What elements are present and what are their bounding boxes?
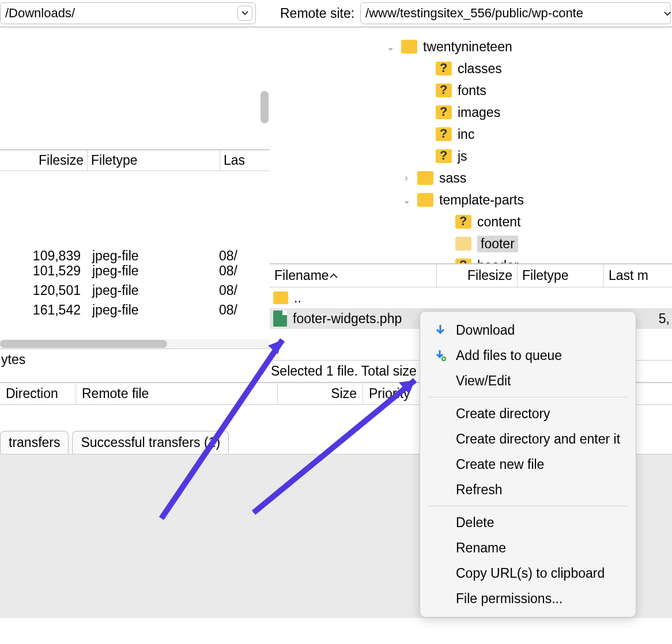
- download-icon: [433, 324, 448, 336]
- chevron-down-icon: [664, 12, 671, 16]
- svg-line-3: [254, 380, 415, 513]
- col-last[interactable]: Las: [220, 150, 270, 171]
- local-site-bar: [0, 0, 270, 28]
- remote-path-input[interactable]: [360, 2, 671, 24]
- cell-type: jpeg-file: [86, 283, 202, 298]
- remote-path-dropdown[interactable]: [664, 9, 672, 18]
- tree-label: sass: [439, 171, 466, 186]
- cell-size: 120,501: [0, 283, 86, 298]
- tree-node-content[interactable]: content: [270, 211, 672, 233]
- menu-add-queue[interactable]: Add files to queue: [420, 343, 636, 368]
- folder-unknown-icon: [436, 62, 452, 75]
- tab-failed-transfers[interactable]: transfers: [0, 431, 69, 454]
- table-row[interactable]: 161,542jpeg-file08/: [0, 300, 270, 320]
- col-filesize[interactable]: Filesize: [0, 150, 88, 171]
- filename: ..: [294, 290, 301, 306]
- local-file-list[interactable]: 109,839jpeg-file08/: [0, 171, 270, 261]
- menu-view-edit[interactable]: View/Edit: [420, 368, 636, 393]
- folder-unknown-icon: [436, 149, 452, 163]
- cell-size: 109,839: [0, 248, 86, 264]
- tree-label: images: [458, 105, 500, 120]
- cell-type: jpeg-file: [86, 302, 202, 318]
- tree-label: header: [477, 258, 519, 265]
- folder-unknown-icon: [436, 127, 452, 141]
- col-last[interactable]: Last m: [604, 264, 672, 287]
- col-filename[interactable]: Filename: [270, 264, 437, 287]
- menu-copy-url[interactable]: Copy URL(s) to clipboard: [420, 560, 636, 586]
- tree-label: template-parts: [439, 192, 524, 208]
- table-row[interactable]: 120,501jpeg-file08/: [0, 281, 270, 300]
- tree-node-inc[interactable]: inc: [270, 123, 672, 145]
- cell-mod: 08/: [202, 302, 237, 318]
- menu-create-file[interactable]: Create new file: [420, 452, 636, 477]
- chevron-down-icon: [241, 11, 248, 16]
- col-filetype[interactable]: Filetype: [518, 264, 604, 287]
- local-path-dropdown[interactable]: [237, 6, 252, 21]
- folder-unknown-icon: [436, 105, 452, 119]
- chevron-right-icon[interactable]: ›: [401, 173, 411, 183]
- menu-delete[interactable]: Delete: [420, 510, 636, 535]
- menu-download[interactable]: Download: [420, 317, 636, 343]
- cell-size: 161,542: [0, 302, 86, 318]
- col-direction[interactable]: Direction: [0, 383, 76, 404]
- menu-permissions[interactable]: File permissions...: [420, 586, 636, 611]
- folder-unknown-icon: [436, 84, 452, 97]
- tree-node-js[interactable]: js: [270, 145, 672, 167]
- folder-unknown-icon: [455, 215, 471, 229]
- local-file-headers: Filesize Filetype Las: [0, 150, 270, 171]
- tree-label: classes: [458, 61, 502, 77]
- folder-unknown-icon: [455, 259, 471, 264]
- tree-label: content: [477, 214, 520, 230]
- chevron-down-icon[interactable]: ⌄: [401, 195, 411, 206]
- menu-create-dir[interactable]: Create directory: [420, 401, 636, 426]
- tree-label: inc: [458, 127, 474, 142]
- cell-mod: 08/: [202, 248, 237, 264]
- tree-node-classes[interactable]: classes: [270, 58, 672, 79]
- tree-node-sass[interactable]: ›sass: [270, 167, 672, 189]
- context-menu: Download Add files to queue View/Edit Cr…: [420, 311, 636, 618]
- folder-icon: [273, 291, 288, 304]
- local-path-input[interactable]: [0, 2, 256, 24]
- tree-node-fonts[interactable]: fonts: [270, 79, 672, 101]
- cell-type: jpeg-file: [86, 248, 202, 264]
- remote-site-label: Remote site:: [280, 6, 354, 21]
- sort-asc-icon: [329, 273, 338, 279]
- remote-file-headers: Filename Filesize Filetype Last m: [270, 264, 672, 287]
- tree-node-images[interactable]: images: [270, 101, 672, 123]
- col-filesize[interactable]: Filesize: [437, 264, 518, 287]
- tree-label: footer: [477, 236, 518, 252]
- menu-refresh[interactable]: Refresh: [420, 477, 636, 502]
- tree-label: fonts: [458, 83, 486, 99]
- chevron-down-icon[interactable]: ⌄: [385, 41, 395, 52]
- add-queue-icon: [433, 349, 448, 362]
- tree-node-header[interactable]: header: [270, 255, 672, 264]
- folder-open-icon: [455, 237, 471, 251]
- tree-node-footer[interactable]: footer: [270, 233, 672, 255]
- folder-icon: [417, 171, 433, 185]
- scrollbar-thumb[interactable]: [0, 340, 167, 348]
- tree-node-twentynineteen[interactable]: ⌄twentynineteen: [270, 36, 672, 58]
- col-filetype[interactable]: Filetype: [88, 150, 220, 171]
- cell-size: 5,: [659, 311, 672, 327]
- folder-icon: [417, 193, 433, 207]
- menu-rename[interactable]: Rename: [420, 535, 636, 560]
- tree-label: twentynineteen: [423, 39, 512, 55]
- local-tree[interactable]: [0, 28, 270, 150]
- tree-label: js: [458, 149, 467, 164]
- menu-create-dir-enter[interactable]: Create directory and enter it: [420, 426, 636, 452]
- parent-dir-row[interactable]: ..: [270, 287, 672, 308]
- remote-site-bar: Remote site:: [270, 0, 672, 28]
- scrollbar-thumb[interactable]: [261, 91, 269, 123]
- tree-node-template-parts[interactable]: ⌄template-parts: [270, 189, 672, 211]
- cell-mod: 08/: [202, 283, 237, 298]
- remote-tree[interactable]: ⌄twentynineteen classes fonts images inc…: [270, 28, 672, 264]
- table-row[interactable]: 109,839jpeg-file08/: [0, 246, 270, 266]
- annotation-arrow-2: [242, 363, 438, 528]
- folder-icon: [401, 40, 417, 54]
- filename: footer-widgets.php: [293, 311, 402, 327]
